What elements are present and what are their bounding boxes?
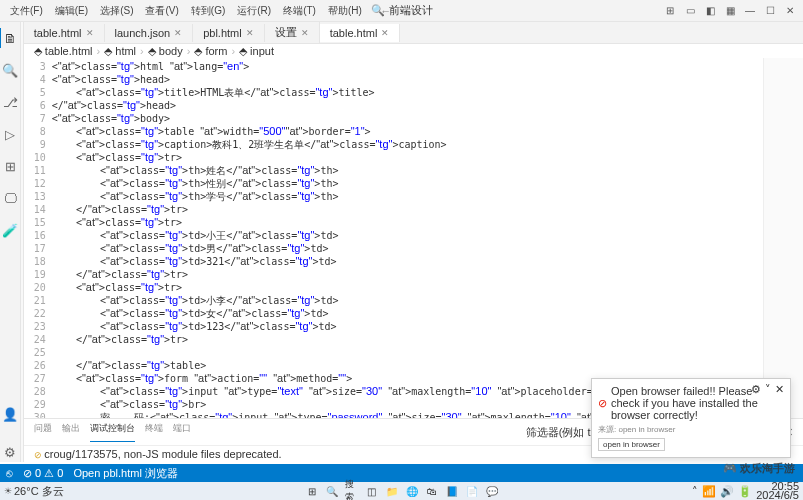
editor-tab[interactable]: table.html✕ (24, 24, 105, 42)
breadcrumb-item[interactable]: ⬘ table.html (34, 45, 93, 58)
menu-file[interactable]: 文件(F) (4, 2, 49, 20)
remote-status-icon[interactable]: ⎋ (6, 467, 13, 479)
remote-icon[interactable]: 🖵 (0, 188, 20, 208)
notif-chevron-icon[interactable]: ˅ (765, 383, 771, 396)
debug-icon[interactable]: ▷ (0, 124, 20, 144)
menubar: 文件(F) 编辑(E) 选择(S) 查看(V) 转到(G) 运行(R) 终端(T… (0, 0, 803, 22)
tab-close-icon[interactable]: ✕ (174, 28, 182, 38)
panel-tab[interactable]: 端口 (173, 422, 191, 442)
tray-chevron-icon[interactable]: ˄ (692, 485, 698, 498)
editor-tab[interactable]: 设置✕ (265, 22, 320, 43)
line-gutter: 3456789101112131415161718192021222324252… (24, 58, 52, 418)
app-word-icon[interactable]: 📄 (465, 484, 479, 498)
tab-close-icon[interactable]: ✕ (246, 28, 254, 38)
status-browser[interactable]: Open pbl.html 浏览器 (73, 466, 178, 481)
search-icon[interactable]: 🔍 (371, 4, 385, 17)
editor-tab[interactable]: pbl.html✕ (193, 24, 265, 42)
sidebar-toggle-icon[interactable]: ◧ (701, 3, 719, 19)
tab-close-icon[interactable]: ✕ (86, 28, 94, 38)
activity-bar: 🗎 🔍 ⎇ ▷ ⊞ 🖵 🧪 👤 ⚙ (0, 22, 21, 462)
scm-icon[interactable]: ⎇ (0, 92, 20, 112)
notification: ⚙˅✕ ⊘Open browser failed!! Please check … (591, 378, 791, 458)
account-icon[interactable]: 👤 (0, 404, 20, 424)
app-edge-icon[interactable]: 🌐 (405, 484, 419, 498)
tray-volume-icon[interactable]: 🔊 (720, 485, 734, 498)
notif-action-button[interactable]: open in browser (598, 438, 665, 451)
tray-wifi-icon[interactable]: 📶 (702, 485, 716, 498)
search-activity-icon[interactable]: 🔍 (0, 60, 20, 80)
app-explorer-icon[interactable]: 📁 (385, 484, 399, 498)
tray-battery-icon[interactable]: 🔋 (738, 485, 752, 498)
menu-help[interactable]: 帮助(H) (322, 2, 368, 20)
app-store-icon[interactable]: 🛍 (425, 484, 439, 498)
app-wechat-icon[interactable]: 💬 (485, 484, 499, 498)
notif-gear-icon[interactable]: ⚙ (751, 383, 761, 396)
menu-terminal[interactable]: 终端(T) (277, 2, 322, 20)
tab-close-icon[interactable]: ✕ (301, 28, 309, 38)
taskbar-date[interactable]: 2024/6/5 (756, 491, 799, 500)
testing-icon[interactable]: 🧪 (0, 220, 20, 240)
panel-tab[interactable]: 输出 (62, 422, 80, 442)
maximize-icon[interactable]: ☐ (761, 3, 779, 19)
explorer-icon[interactable]: 🗎 (0, 28, 19, 48)
breadcrumb-item[interactable]: ⬘ input (239, 45, 274, 58)
minimap[interactable] (763, 58, 803, 418)
menu-view[interactable]: 查看(V) (139, 2, 184, 20)
breadcrumb-item[interactable]: ⬘ form (194, 45, 227, 58)
minimize-icon[interactable]: — (741, 3, 759, 19)
tab-bar: table.html✕launch.json✕pbl.html✕设置✕table… (24, 22, 803, 44)
error-icon: ⊘ (598, 397, 607, 410)
notif-close-icon[interactable]: ✕ (775, 383, 784, 396)
panel-toggle-icon[interactable]: ▭ (681, 3, 699, 19)
status-bar: ⎋ ⊘ 0 ⚠ 0 Open pbl.html 浏览器 (0, 464, 803, 482)
menu-goto[interactable]: 转到(G) (185, 2, 231, 20)
status-problems[interactable]: ⊘ 0 ⚠ 0 (23, 467, 63, 480)
panel-tab[interactable]: 调试控制台 (90, 422, 135, 442)
breadcrumb[interactable]: ⬘ table.html›⬘ html›⬘ body›⬘ form›⬘ inpu… (24, 44, 803, 58)
taskbar-search[interactable]: 🔍 (325, 484, 339, 498)
editor-tab[interactable]: table.html✕ (320, 24, 401, 42)
taskbar-weather[interactable]: ☀ 26°C 多云 (4, 484, 64, 499)
layout-toggle-icon[interactable]: ⊞ (661, 3, 679, 19)
breadcrumb-item[interactable]: ⬘ html (104, 45, 136, 58)
tab-close-icon[interactable]: ✕ (381, 28, 389, 38)
window-title: 前端设计 (389, 3, 433, 18)
panel-tab[interactable]: 终端 (145, 422, 163, 442)
panel-tab[interactable]: 问题 (34, 422, 52, 442)
extensions-icon[interactable]: ⊞ (0, 156, 20, 176)
start-icon[interactable]: ⊞ (305, 484, 319, 498)
close-icon[interactable]: ✕ (781, 3, 799, 19)
notif-source: 来源: open in browser (598, 424, 784, 435)
settings-icon[interactable]: ⚙ (0, 442, 20, 462)
menu-edit[interactable]: 编辑(E) (49, 2, 94, 20)
breadcrumb-item[interactable]: ⬘ body (148, 45, 183, 58)
menu-select[interactable]: 选择(S) (94, 2, 139, 20)
app-vscode-icon[interactable]: 📘 (445, 484, 459, 498)
watermark: 🎮 欢乐淘手游 (723, 461, 795, 476)
menu-run[interactable]: 运行(R) (231, 2, 277, 20)
task-view-icon[interactable]: ◫ (365, 484, 379, 498)
customize-icon[interactable]: ▦ (721, 3, 739, 19)
taskbar: ☀ 26°C 多云 ⊞ 🔍搜索 ◫ 📁 🌐 🛍 📘 📄 💬 ˄ 📶 🔊 🔋 20… (0, 482, 803, 500)
code-editor[interactable]: <"at">class="tg">html "at">lang="en"> <"… (52, 58, 763, 418)
editor-tab[interactable]: launch.json✕ (105, 24, 194, 42)
